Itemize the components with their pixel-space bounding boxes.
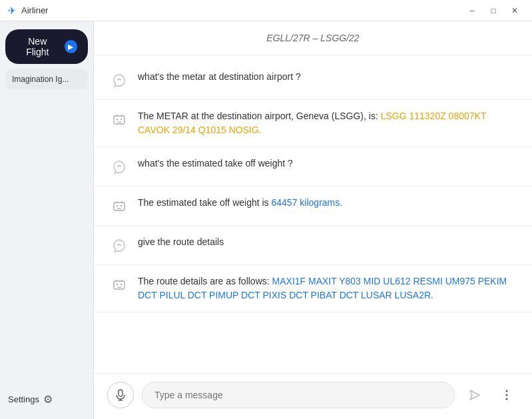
maximize-button[interactable]: □: [484, 4, 503, 17]
new-flight-arrow-icon: ▶: [65, 40, 78, 53]
message-row-1: what's the metar at destination airport …: [94, 61, 532, 100]
chat-area: EGLL/27R – LSGG/22 what's the metar at d…: [93, 21, 532, 419]
svg-point-20: [506, 398, 508, 400]
metar-highlight: LSGG 111320Z 08007KT CAVOK 29/14 Q1015 N…: [138, 111, 486, 135]
weight-highlight: 64457 kilograms.: [272, 197, 343, 208]
message-row-2: The METAR at the destination airport, Ge…: [94, 100, 532, 147]
svg-rect-10: [114, 281, 125, 289]
message-text-1: what's the metar at destination airport …: [138, 70, 516, 84]
app-title: Airliner: [21, 5, 48, 15]
chat-messages: what's the metar at destination airport …: [94, 55, 532, 373]
title-bar-left: ✈ Airliner: [8, 5, 48, 16]
svg-point-9: [121, 205, 122, 207]
sidebar: New Flight ▶ Imagination Ig... Settings …: [0, 21, 93, 419]
chat-header-title: EGLL/27R – LSGG/22: [266, 33, 359, 43]
message-input-wrapper[interactable]: [142, 382, 455, 408]
more-options-button[interactable]: [495, 383, 519, 407]
message-input[interactable]: [154, 390, 442, 400]
close-button[interactable]: ✕: [505, 4, 524, 17]
user-icon-1: [110, 71, 129, 90]
title-bar-controls: – □ ✕: [463, 4, 524, 17]
svg-rect-5: [114, 203, 125, 210]
message-text-2: The METAR at the destination airport, Ge…: [138, 109, 516, 137]
svg-point-3: [117, 119, 118, 120]
svg-rect-15: [119, 390, 123, 396]
user-icon-5: [110, 236, 129, 255]
svg-point-13: [117, 284, 118, 285]
flight-history-item[interactable]: Imagination Ig...: [5, 69, 88, 89]
ai-icon-2: [110, 111, 129, 129]
new-flight-button[interactable]: New Flight ▶: [5, 29, 88, 64]
svg-rect-0: [114, 116, 125, 124]
message-row-6: The route details are as follows: MAXI1F…: [94, 265, 532, 312]
main-container: New Flight ▶ Imagination Ig... Settings …: [0, 21, 532, 419]
minimize-button[interactable]: –: [463, 4, 481, 17]
user-icon-3: [110, 158, 129, 177]
message-text-6: The route details are as follows: MAXI1F…: [138, 274, 516, 302]
app-icon: ✈: [8, 5, 16, 16]
microphone-button[interactable]: [107, 382, 134, 408]
chat-header: EGLL/27R – LSGG/22: [94, 21, 532, 55]
title-bar: ✈ Airliner – □ ✕: [0, 0, 532, 21]
settings-label: Settings: [8, 394, 39, 404]
svg-point-18: [506, 390, 508, 392]
message-text-4: The estimated take off weight is 64457 k…: [138, 196, 516, 210]
svg-point-19: [506, 394, 508, 396]
message-row-3: what's the estimated take off weight ?: [94, 147, 532, 187]
message-text-3: what's the estimated take off weight ?: [138, 157, 516, 171]
settings-section[interactable]: Settings ⚙: [5, 388, 88, 411]
chat-input-area: [94, 373, 532, 419]
ai-icon-4: [110, 197, 129, 216]
svg-point-4: [121, 119, 122, 120]
new-flight-label: New Flight: [16, 36, 59, 57]
settings-icon: ⚙: [43, 393, 53, 406]
message-text-5: give the route details: [138, 235, 516, 249]
svg-point-14: [121, 284, 122, 285]
message-row-4: The estimated take off weight is 64457 k…: [94, 187, 532, 226]
route-highlight: MAXI1F MAXIT Y803 MID UL612 RESMI UM975 …: [138, 276, 507, 300]
send-button[interactable]: [463, 383, 487, 407]
message-row-5: give the route details: [94, 226, 532, 265]
sidebar-top: New Flight ▶ Imagination Ig...: [5, 29, 88, 89]
svg-point-8: [117, 205, 118, 207]
ai-icon-6: [110, 276, 129, 294]
